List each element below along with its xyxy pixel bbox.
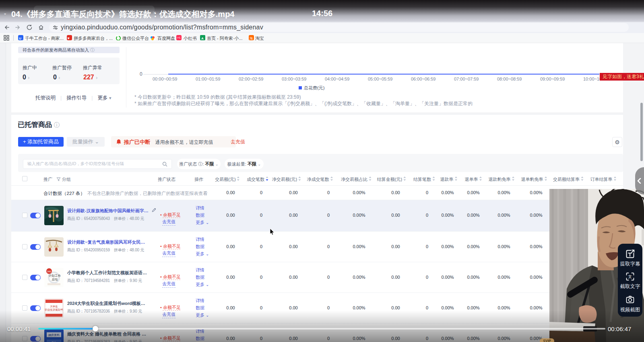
svg-text:计划工作: 计划工作 (49, 274, 61, 278)
svg-text:340: 340 (47, 270, 52, 273)
svg-text:总结: 总结 (52, 278, 58, 281)
svg-text:大学生: 大学生 (50, 305, 58, 308)
svg-text:文: 文 (628, 275, 632, 279)
